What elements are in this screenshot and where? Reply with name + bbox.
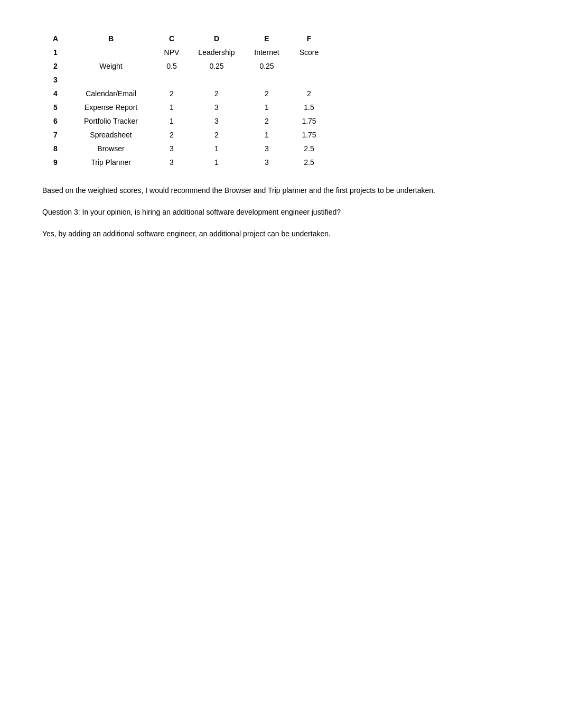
row2-num: 2 xyxy=(42,59,69,73)
table-row-3: 3 xyxy=(42,73,328,87)
row2-leadership-weight: 0.25 xyxy=(190,59,243,73)
row-name: Trip Planner xyxy=(69,155,153,169)
row-name: Portfolio Tracker xyxy=(69,114,153,128)
recommendation-text: Based on the weighted scores, I would re… xyxy=(42,185,519,196)
table-row-2: 2 Weight 0.5 0.25 0.25 xyxy=(42,59,328,73)
row-npv: 3 xyxy=(153,142,190,155)
row-num: 4 xyxy=(42,87,69,100)
col-c-header: C xyxy=(153,32,190,45)
row1-b xyxy=(69,45,153,59)
row-npv: 1 xyxy=(153,100,190,114)
table-row-1: 1 NPV Leadership Internet Score xyxy=(42,45,328,59)
row-leadership: 1 xyxy=(190,155,243,169)
row3-c xyxy=(153,73,190,87)
table-row: 9 Trip Planner 3 1 3 2.5 xyxy=(42,155,328,169)
row-num: 5 xyxy=(42,100,69,114)
row1-npv: NPV xyxy=(153,45,190,59)
scoring-table: A B C D E F 1 NPV Leadership Internet Sc… xyxy=(42,32,328,169)
row1-score: Score xyxy=(291,45,328,59)
row-score: 2 xyxy=(291,87,328,100)
row-name: Browser xyxy=(69,142,153,155)
scoring-table-container: A B C D E F 1 NPV Leadership Internet Sc… xyxy=(42,32,519,169)
row-leadership: 2 xyxy=(190,128,243,142)
row-internet: 3 xyxy=(243,142,291,155)
row-internet: 1 xyxy=(243,128,291,142)
table-row: 5 Expense Report 1 3 1 1.5 xyxy=(42,100,328,114)
row-leadership: 2 xyxy=(190,87,243,100)
table-row: 4 Calendar/Email 2 2 2 2 xyxy=(42,87,328,100)
row3-b xyxy=(69,73,153,87)
table-row: 6 Portfolio Tracker 1 3 2 1.75 xyxy=(42,114,328,128)
row-npv: 3 xyxy=(153,155,190,169)
col-b-header: B xyxy=(69,32,153,45)
row-leadership: 3 xyxy=(190,114,243,128)
row-num: 9 xyxy=(42,155,69,169)
row-internet: 3 xyxy=(243,155,291,169)
row2-weight-label: Weight xyxy=(69,59,153,73)
row3-num: 3 xyxy=(42,73,69,87)
question3-label: Question 3: In your opinion, is hiring a… xyxy=(42,207,519,218)
row-name: Calendar/Email xyxy=(69,87,153,100)
row-leadership: 1 xyxy=(190,142,243,155)
row1-leadership: Leadership xyxy=(190,45,243,59)
col-d-header: D xyxy=(190,32,243,45)
question3-answer: Yes, by adding an additional software en… xyxy=(42,228,519,239)
row3-f xyxy=(291,73,328,87)
col-f-header: F xyxy=(291,32,328,45)
col-e-header: E xyxy=(243,32,291,45)
row3-e xyxy=(243,73,291,87)
table-row: 7 Spreadsheet 2 2 1 1.75 xyxy=(42,128,328,142)
row-npv: 2 xyxy=(153,128,190,142)
row-num: 6 xyxy=(42,114,69,128)
row-npv: 2 xyxy=(153,87,190,100)
col-a-header: A xyxy=(42,32,69,45)
row-num: 7 xyxy=(42,128,69,142)
row-score: 1.75 xyxy=(291,114,328,128)
row-score: 1.75 xyxy=(291,128,328,142)
row-leadership: 3 xyxy=(190,100,243,114)
row1-num: 1 xyxy=(42,45,69,59)
row-score: 2.5 xyxy=(291,155,328,169)
row-name: Spreadsheet xyxy=(69,128,153,142)
row2-npv-weight: 0.5 xyxy=(153,59,190,73)
row1-internet: Internet xyxy=(243,45,291,59)
row-num: 8 xyxy=(42,142,69,155)
row2-internet-weight: 0.25 xyxy=(243,59,291,73)
row2-score-weight xyxy=(291,59,328,73)
row-name: Expense Report xyxy=(69,100,153,114)
table-row-header-letters: A B C D E F xyxy=(42,32,328,45)
row-score: 2.5 xyxy=(291,142,328,155)
table-row: 8 Browser 3 1 3 2.5 xyxy=(42,142,328,155)
row-internet: 2 xyxy=(243,87,291,100)
row-internet: 2 xyxy=(243,114,291,128)
question3-section: Question 3: In your opinion, is hiring a… xyxy=(42,207,519,239)
row-score: 1.5 xyxy=(291,100,328,114)
row-internet: 1 xyxy=(243,100,291,114)
row-npv: 1 xyxy=(153,114,190,128)
row3-d xyxy=(190,73,243,87)
